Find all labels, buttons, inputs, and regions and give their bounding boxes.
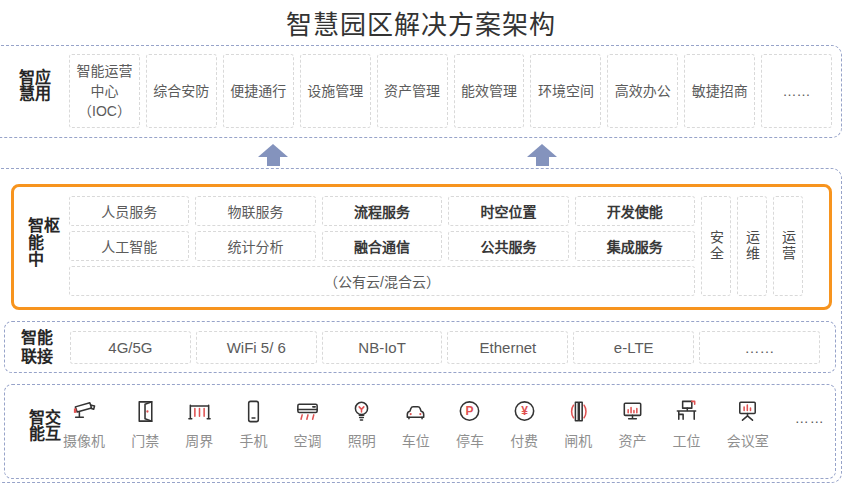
- up-arrow: [258, 144, 288, 166]
- hub-box-iot: 物联服务: [195, 196, 315, 226]
- air-conditioner-icon: [294, 398, 321, 425]
- layer-smart-connectivity: 智能联接 4G/5G WiFi 5/ 6 NB-IoT Ethernet e-L…: [4, 321, 836, 373]
- hub-services-grid: 人员服务 物联服务 流程服务 时空位置 开发使能 人工智能 统计分析 融合通信 …: [69, 196, 695, 296]
- cctv-camera-icon: [71, 398, 98, 425]
- door-access-icon: [132, 398, 159, 425]
- hub-box-cloud: （公有云/混合云）: [69, 266, 695, 296]
- device-perimeter: 周界: [185, 398, 213, 450]
- net-box-wifi: WiFi 5/ 6: [196, 331, 317, 364]
- turnstile-gate-icon: [565, 398, 592, 425]
- svg-text:P: P: [466, 404, 474, 418]
- device-parking: P 停车: [456, 398, 484, 450]
- hub-box-public-service: 公共服务: [448, 231, 568, 261]
- layer-label-smart-hub: 智能中枢: [26, 217, 58, 277]
- device-label: 资产: [618, 430, 646, 450]
- hub-box-spatiotemporal: 时空位置: [448, 196, 568, 226]
- app-box-environment: 环境空间: [530, 54, 601, 128]
- diagram-title: 智慧园区解决方案架构: [0, 4, 842, 41]
- hub-box-statistics: 统计分析: [195, 231, 315, 261]
- device-more-ellipsis: ……: [795, 398, 825, 426]
- device-meeting-room: 会议室: [727, 398, 769, 450]
- device-label: 停车: [456, 430, 484, 450]
- device-ac: 空调: [294, 398, 322, 450]
- device-asset: 资产: [618, 398, 646, 450]
- device-workstation: 工位: [673, 398, 701, 450]
- app-box-more: ……: [761, 54, 832, 128]
- device-payment: ¥ 付费: [510, 398, 538, 450]
- layer-label-smart-interaction: 智能交互: [27, 408, 59, 455]
- device-label: 照明: [348, 430, 376, 450]
- layer-smart-hub: 智能中枢 人员服务 物联服务 流程服务 时空位置 开发使能 人工智能 统计分析 …: [11, 184, 832, 310]
- net-box-more: ……: [699, 331, 820, 364]
- network-box-row: 4G/5G WiFi 5/ 6 NB-IoT Ethernet e-LTE ……: [70, 331, 820, 364]
- pillar-operation: 运营: [773, 196, 803, 296]
- hub-box-integration: 集成服务: [575, 231, 695, 261]
- mobile-phone-icon: [240, 398, 267, 425]
- apps-box-row: 智能运营中心（IOC） 综合安防 便捷通行 设施管理 资产管理 能效管理 环境空…: [69, 54, 832, 128]
- device-turnstile: 闸机: [564, 398, 592, 450]
- app-box-security: 综合安防: [146, 54, 217, 128]
- hub-box-process: 流程服务: [322, 196, 442, 226]
- device-label: 会议室: [727, 430, 769, 450]
- app-box-energy: 能效管理: [454, 54, 525, 128]
- device-label: 工位: [673, 430, 701, 450]
- platform-section: 智能中枢 人员服务 物联服务 流程服务 时空位置 开发使能 人工智能 统计分析 …: [0, 168, 842, 483]
- device-label: 门禁: [131, 430, 159, 450]
- workstation-desk-icon: [673, 398, 700, 425]
- layer-smart-applications: 智慧应用 智能运营中心（IOC） 综合安防 便捷通行 设施管理 资产管理 能效管…: [0, 45, 842, 138]
- net-box-ethernet: Ethernet: [447, 331, 568, 364]
- layer-label-smart-connectivity: 智能联接: [21, 328, 57, 366]
- net-box-elte: e-LTE: [573, 331, 694, 364]
- pillar-security: 安全: [701, 196, 731, 296]
- app-box-office: 高效办公: [607, 54, 678, 128]
- device-label: 摄像机: [63, 430, 105, 450]
- layer-smart-interaction: 智能交互 摄像机: [4, 384, 836, 479]
- net-box-nbiot: NB-IoT: [322, 331, 443, 364]
- app-box-ioc: 智能运营中心（IOC）: [69, 54, 140, 128]
- device-label: 车位: [402, 430, 430, 450]
- hub-box-ai: 人工智能: [69, 231, 189, 261]
- car-space-icon: [402, 398, 429, 425]
- device-phone: 手机: [239, 398, 267, 450]
- device-label: 空调: [294, 430, 322, 450]
- up-arrow-head: [258, 144, 288, 157]
- smart-park-architecture-diagram: 智慧园区解决方案架构 智慧应用 智能运营中心（IOC） 综合安防 便捷通行 设施…: [0, 0, 842, 489]
- hub-box-personnel: 人员服务: [69, 196, 189, 226]
- app-box-leasing: 敏捷招商: [684, 54, 755, 128]
- perimeter-fence-icon: [186, 398, 213, 425]
- device-door-access: 门禁: [131, 398, 159, 450]
- device-label: 闸机: [564, 430, 592, 450]
- payment-yuan-icon: ¥: [511, 398, 538, 425]
- asset-monitor-icon: [619, 398, 646, 425]
- device-car-space: 车位: [402, 398, 430, 450]
- net-box-4g5g: 4G/5G: [70, 331, 191, 364]
- up-arrow-stem: [536, 157, 549, 166]
- hub-pillars: 安全 运维 运营: [701, 196, 803, 296]
- app-box-facility: 设施管理: [300, 54, 371, 128]
- device-label: 付费: [510, 430, 538, 450]
- pillar-om: 运维: [737, 196, 767, 296]
- light-bulb-icon: [348, 398, 375, 425]
- layer-label-smart-applications: 智慧应用: [17, 69, 49, 115]
- up-arrow: [527, 144, 557, 166]
- device-label: 周界: [185, 430, 213, 450]
- hub-box-communication: 融合通信: [322, 231, 442, 261]
- device-row: 摄像机 门禁 周界: [63, 398, 825, 450]
- meeting-room-screen-icon: [734, 398, 761, 425]
- device-lighting: 照明: [348, 398, 376, 450]
- parking-sign-icon: P: [456, 398, 483, 425]
- svg-text:¥: ¥: [521, 404, 528, 418]
- app-box-asset: 资产管理: [377, 54, 448, 128]
- device-camera: 摄像机: [63, 398, 105, 450]
- hub-box-dev-enablement: 开发使能: [575, 196, 695, 226]
- app-box-access: 便捷通行: [223, 54, 294, 128]
- up-arrow-head: [527, 144, 557, 157]
- up-arrow-stem: [267, 157, 280, 166]
- device-label: 手机: [239, 430, 267, 450]
